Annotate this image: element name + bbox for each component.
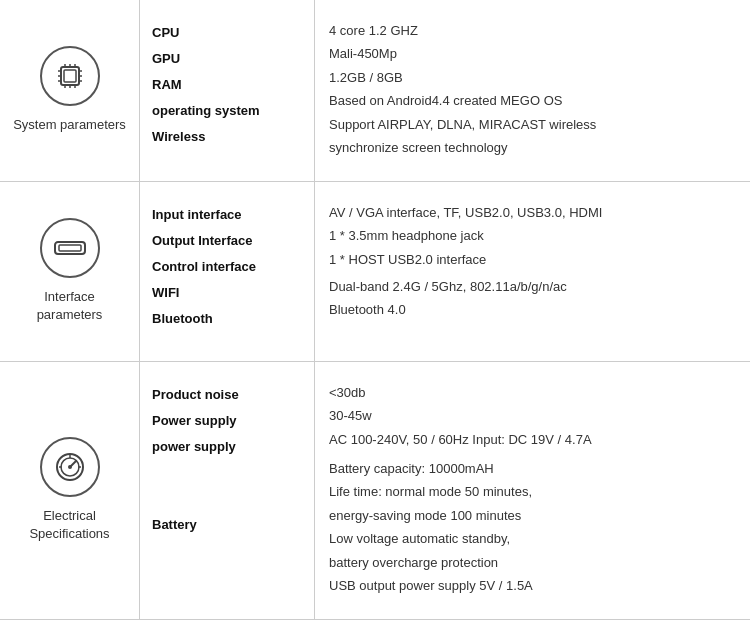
interface-label: Interface parameters bbox=[10, 288, 129, 324]
electrical-row: Electrical Specifications Product noise … bbox=[0, 362, 750, 620]
value-battery6: USB output power supply 5V / 1.5A bbox=[329, 575, 736, 596]
value-battery2: Life time: normal mode 50 minutes, bbox=[329, 481, 736, 502]
value-battery4: Low voltage automatic standby, bbox=[329, 528, 736, 549]
cpu-icon bbox=[40, 46, 100, 106]
electrical-values: <30db 30-45w AC 100-240V, 50 / 60Hz Inpu… bbox=[315, 362, 750, 619]
param-wireless: Wireless bbox=[152, 124, 302, 150]
value-wireless2: synchronize screen technology bbox=[329, 137, 736, 158]
interface-params: Input interface Output Interface Control… bbox=[140, 182, 315, 361]
param-ram: RAM bbox=[152, 72, 302, 98]
specs-table: System parameters CPU GPU RAM operating … bbox=[0, 0, 750, 620]
system-label: System parameters bbox=[13, 116, 126, 134]
value-wifi1: Dual-band 2.4G / 5Ghz, 802.11a/b/g/n/ac bbox=[329, 276, 736, 297]
value-ram: 1.2GB / 8GB bbox=[329, 67, 736, 88]
param-bt: Bluetooth bbox=[152, 306, 302, 332]
value-battery5: battery overcharge protection bbox=[329, 552, 736, 573]
param-cpu: CPU bbox=[152, 20, 302, 46]
value-control1: 1 * HOST USB2.0 interface bbox=[329, 249, 736, 270]
param-control-iface: Control interface bbox=[152, 254, 302, 280]
param-battery: Battery bbox=[152, 512, 302, 538]
value-power2: AC 100-240V, 50 / 60Hz Input: DC 19V / 4… bbox=[329, 429, 736, 450]
value-battery1: Battery capacity: 10000mAH bbox=[329, 458, 736, 479]
param-output-iface: Output Interface bbox=[152, 228, 302, 254]
param-wifi: WIFI bbox=[152, 280, 302, 306]
svg-point-22 bbox=[68, 465, 72, 469]
param-os: operating system bbox=[152, 98, 302, 124]
value-input1: AV / VGA interface, TF, USB2.0, USB3.0, … bbox=[329, 202, 736, 223]
electrical-label: Electrical Specifications bbox=[10, 507, 129, 543]
system-icon-col: System parameters bbox=[0, 0, 140, 181]
param-power2: power supply bbox=[152, 434, 302, 460]
system-values: 4 core 1.2 GHZ Mali-450Mp 1.2GB / 8GB Ba… bbox=[315, 0, 750, 181]
interface-icon-col: Interface parameters bbox=[0, 182, 140, 361]
value-output1: 1 * 3.5mm headphone jack bbox=[329, 225, 736, 246]
interface-row: Interface parameters Input interface Out… bbox=[0, 182, 750, 362]
svg-rect-1 bbox=[64, 70, 76, 82]
system-row: System parameters CPU GPU RAM operating … bbox=[0, 0, 750, 182]
svg-rect-15 bbox=[59, 245, 81, 251]
value-cpu: 4 core 1.2 GHZ bbox=[329, 20, 736, 41]
gauge-icon bbox=[40, 437, 100, 497]
value-wireless1: Support AIRPLAY, DLNA, MIRACAST wireless bbox=[329, 114, 736, 135]
electrical-icon-col: Electrical Specifications bbox=[0, 362, 140, 619]
system-params: CPU GPU RAM operating system Wireless bbox=[140, 0, 315, 181]
param-input-iface: Input interface bbox=[152, 202, 302, 228]
param-noise: Product noise bbox=[152, 382, 302, 408]
value-battery3: energy-saving mode 100 minutes bbox=[329, 505, 736, 526]
value-noise: <30db bbox=[329, 382, 736, 403]
param-gpu: GPU bbox=[152, 46, 302, 72]
plug-icon bbox=[40, 218, 100, 278]
electrical-params: Product noise Power supply power supply … bbox=[140, 362, 315, 619]
value-power1: 30-45w bbox=[329, 405, 736, 426]
interface-values: AV / VGA interface, TF, USB2.0, USB3.0, … bbox=[315, 182, 750, 361]
value-os1: Based on Android4.4 created MEGO OS bbox=[329, 90, 736, 111]
value-gpu: Mali-450Mp bbox=[329, 43, 736, 64]
param-power1: Power supply bbox=[152, 408, 302, 434]
value-bt1: Bluetooth 4.0 bbox=[329, 299, 736, 320]
